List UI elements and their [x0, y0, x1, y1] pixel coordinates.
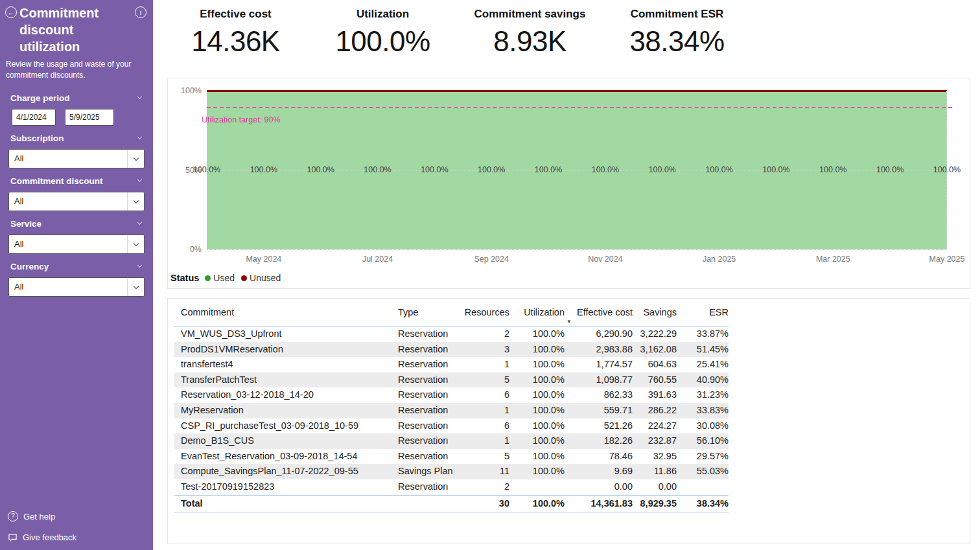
kpi-card-commitment-esr: Commitment ESR38.34% — [603, 6, 751, 74]
x-axis-tick: Nov 2024 — [588, 255, 623, 264]
give-feedback-link[interactable]: Give feedback — [8, 533, 153, 542]
feedback-icon — [8, 533, 18, 542]
kpi-label: Utilization — [309, 8, 456, 21]
table-cell: 5 — [463, 372, 509, 388]
data-label: 100.0% — [649, 165, 676, 174]
table-row[interactable]: MyReservationReservation1100.0%559.71286… — [174, 403, 729, 418]
legend-item-unused[interactable]: Unused — [241, 273, 281, 283]
table-cell: 33.83% — [677, 403, 729, 418]
total-cell: 100.0% — [509, 495, 565, 512]
table-row[interactable]: transfertest4Reservation1100.0%1,774.576… — [174, 357, 729, 372]
data-label: 100.0% — [307, 165, 334, 174]
footer-link-label: Get help — [23, 512, 55, 521]
table-body: VM_WUS_DS3_UpfrontReservation2100.0%6,29… — [174, 327, 729, 496]
table-cell: 11 — [463, 464, 509, 479]
kpi-label: Commitment ESR — [603, 8, 751, 21]
table-cell: 100.0% — [509, 357, 565, 372]
table-cell: 3,162.08 — [633, 342, 677, 358]
charge-period-end-input[interactable] — [65, 109, 114, 126]
chart-area: Utilization target: 90% 100%50%0%May 202… — [168, 78, 970, 268]
table-cell: Reservation — [398, 327, 463, 342]
table-cell: 100.0% — [509, 372, 565, 388]
table-row[interactable]: CSP_RI_purchaseTest_03-09-2018_10-59Rese… — [174, 418, 729, 434]
subscription-dropdown[interactable]: All — [8, 149, 145, 168]
table-row[interactable]: Test-20170919152823Reservation20.000.00 — [174, 479, 729, 495]
filter-label: Charge period — [10, 93, 70, 103]
data-label: 100.0% — [535, 165, 562, 174]
table-row[interactable]: Reservation_03-12-2018_14-20Reservation6… — [174, 387, 729, 403]
column-header-savings[interactable]: Savings — [633, 303, 677, 327]
table-header-row: CommitmentTypeResourcesUtilizationEffect… — [174, 303, 729, 327]
page-title: Commitment discount utilization — [17, 5, 135, 55]
x-axis-tick: May 2024 — [246, 255, 281, 264]
filter-head-charge-period: Charge period — [0, 93, 153, 103]
kpi-label: Effective cost — [162, 8, 309, 21]
data-label: 100.0% — [762, 165, 789, 174]
column-header-resources[interactable]: Resources — [463, 303, 509, 327]
table-cell: 78.46 — [565, 449, 633, 464]
data-label: 100.0% — [876, 165, 904, 174]
unused-line-series — [207, 90, 947, 92]
utilization-target-line — [207, 107, 952, 108]
filter-head-currency: Currency — [0, 262, 153, 271]
legend-item-label: Unused — [250, 273, 281, 283]
table-cell: 100.0% — [509, 403, 565, 418]
column-header-esr[interactable]: ESR — [677, 303, 729, 327]
get-help-link[interactable]: ?Get help — [8, 511, 153, 521]
table-row[interactable]: ProdDS1VMReservationReservation3100.0%2,… — [174, 342, 729, 358]
collapse-icon — [137, 178, 142, 182]
table-cell: 100.0% — [509, 387, 565, 403]
info-icon[interactable]: i — [135, 6, 146, 18]
column-header-label: Type — [398, 307, 463, 318]
chevron-down-icon — [127, 235, 144, 253]
x-axis-tick: Jan 2025 — [703, 255, 736, 264]
table-cell — [509, 479, 565, 495]
column-header-utilization[interactable]: Utilization — [509, 303, 565, 327]
main-content: Effective cost14.36KUtilization100.0%Com… — [153, 0, 980, 550]
table-cell: EvanTest_Reservation_03-09-2018_14-54 — [174, 449, 398, 464]
data-label: 100.0% — [421, 165, 448, 174]
data-label: 100.0% — [478, 165, 505, 174]
table-cell: MyReservation — [174, 403, 398, 418]
legend-item-used[interactable]: Used — [205, 273, 235, 283]
table-row[interactable]: Compute_SavingsPlan_11-07-2022_09-55Savi… — [174, 464, 729, 479]
back-icon[interactable]: ← — [5, 6, 17, 18]
table-cell: 3 — [463, 342, 509, 358]
table-row[interactable]: Demo_B1S_CUSReservation1100.0%182.26232.… — [174, 433, 729, 449]
table-cell: Compute_SavingsPlan_11-07-2022_09-55 — [174, 464, 398, 479]
table-cell: 6,290.90 — [565, 327, 633, 342]
filter-label: Subscription — [10, 133, 64, 143]
charge-period-start-input[interactable] — [12, 109, 56, 126]
currency-dropdown[interactable]: All — [8, 277, 145, 297]
table-cell: 56.10% — [677, 433, 729, 449]
x-axis-tick: May 2025 — [929, 255, 965, 264]
table-row[interactable]: VM_WUS_DS3_UpfrontReservation2100.0%6,29… — [174, 327, 729, 342]
table-row[interactable]: EvanTest_Reservation_03-09-2018_14-54Res… — [174, 449, 729, 464]
table-cell: 182.26 — [565, 433, 633, 449]
total-cell — [398, 495, 463, 512]
filter-label: Currency — [10, 262, 49, 271]
column-header-effective-cost[interactable]: Effective cost▼ — [565, 303, 633, 327]
data-label: 100.0% — [705, 165, 732, 174]
column-header-commitment[interactable]: Commitment — [174, 303, 398, 327]
sidebar-filters: Charge periodSubscriptionAllCommitment d… — [0, 84, 153, 511]
service-dropdown[interactable]: All — [8, 235, 145, 254]
data-label: 100.0% — [364, 165, 391, 174]
table-cell: Reservation_03-12-2018_14-20 — [174, 387, 398, 403]
table-cell: 6 — [463, 387, 509, 403]
table-cell: 3,222.29 — [633, 327, 677, 342]
filter-label: Service — [10, 219, 41, 229]
chart-legend: Status UsedUnused — [168, 268, 970, 283]
table-cell: Reservation — [398, 357, 463, 372]
column-header-type[interactable]: Type — [398, 303, 463, 327]
table-cell: 6 — [463, 418, 509, 434]
kpi-value: 38.34% — [603, 25, 751, 58]
kpi-card-utilization: Utilization100.0% — [309, 6, 456, 74]
table-cell: 11.86 — [633, 464, 677, 479]
sidebar: ← Commitment discount utilization i Revi… — [0, 0, 153, 550]
total-cell: 30 — [463, 495, 509, 512]
commitment-discount-dropdown[interactable]: All — [8, 192, 145, 211]
table-row[interactable]: TransferPatchTestReservation5100.0%1,098… — [174, 372, 729, 388]
table-cell: Reservation — [398, 342, 463, 358]
table-cell: 33.87% — [677, 327, 729, 342]
